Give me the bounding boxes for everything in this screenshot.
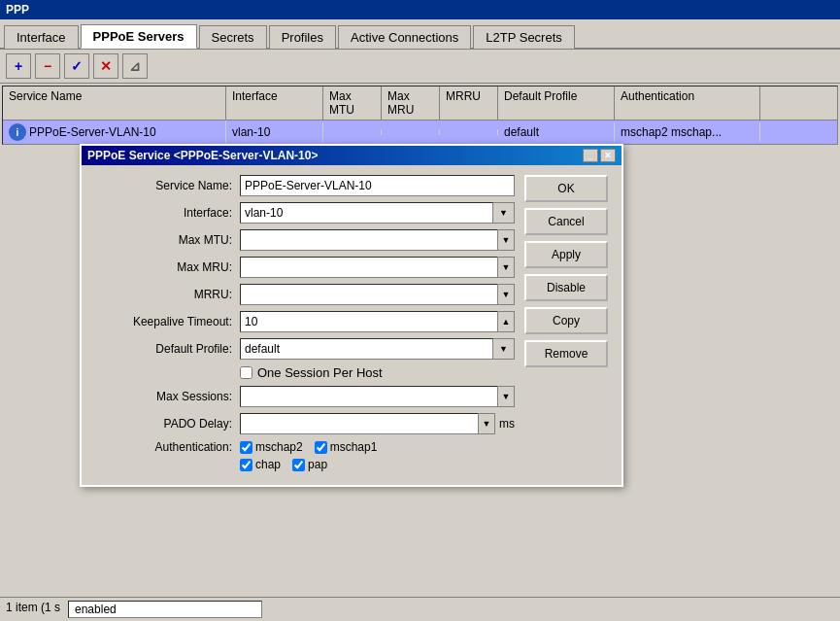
max-mtu-field: ▼	[240, 229, 515, 251]
add-button[interactable]: +	[6, 53, 31, 79]
auth-pap-label: pap	[292, 458, 327, 471]
pado-row: PADO Delay: ▼ ms	[91, 413, 515, 434]
auth-pap-checkbox[interactable]	[292, 459, 305, 471]
one-session-label: One Session Per Host	[257, 365, 383, 380]
mrru-label: MRRU:	[91, 288, 232, 301]
service-name-row: Service Name:	[91, 175, 515, 196]
col-service-name: Service Name	[3, 86, 226, 120]
dialog-form: Service Name: Interface: ▼ Max MTU: ▼	[91, 175, 515, 475]
max-sessions-arrow[interactable]: ▼	[497, 386, 515, 407]
service-name-input[interactable]	[240, 175, 515, 196]
one-session-checkbox[interactable]	[240, 366, 252, 379]
disable-button[interactable]: Disable	[524, 274, 608, 301]
tab-profiles[interactable]: Profiles	[269, 25, 336, 49]
interface-input[interactable]	[240, 202, 493, 224]
auth-mschap2-label: mschap2	[240, 440, 303, 454]
ok-button[interactable]: OK	[524, 175, 608, 202]
auth-chap-label: chap	[240, 458, 281, 471]
row-authentication: mschap2 mschap...	[615, 122, 760, 142]
interface-dropdown-btn[interactable]: ▼	[493, 202, 515, 224]
pppoe-service-dialog: PPPoE Service <PPPoE-Server-VLAN-10> _ ✕…	[80, 144, 623, 487]
col-authentication: Authentication	[615, 86, 760, 120]
filter-button[interactable]: ⊿	[122, 53, 148, 79]
max-mtu-input[interactable]	[240, 229, 498, 251]
auth-checks-row1: mschap2 mschap1	[240, 440, 377, 454]
item-count: 1 item (1 s	[6, 601, 60, 618]
pado-delay-input[interactable]	[240, 413, 479, 434]
dialog-title-buttons: _ ✕	[583, 149, 616, 162]
one-session-row: One Session Per Host	[91, 365, 515, 380]
remove-button[interactable]: Remove	[524, 340, 608, 367]
auth-mschap2-text: mschap2	[255, 440, 303, 454]
default-profile-dropdown-btn[interactable]: ▼	[493, 338, 515, 360]
keepalive-arrow[interactable]: ▲	[497, 311, 515, 332]
auth-chap-text: chap	[255, 458, 281, 471]
status-value: enabled	[68, 601, 262, 618]
max-sessions-field: ▼	[240, 386, 515, 407]
pado-delay-arrow[interactable]: ▼	[478, 413, 495, 434]
mrru-field: ▼	[240, 284, 515, 305]
row-icon: i	[9, 123, 26, 141]
col-max-mru: Max MRU	[382, 86, 440, 120]
default-profile-label: Default Profile:	[91, 342, 232, 356]
col-max-mtu: Max MTU	[323, 86, 382, 120]
app-title: PPP	[6, 3, 29, 17]
mrru-arrow[interactable]: ▼	[497, 284, 515, 305]
col-default-profile: Default Profile	[498, 86, 615, 120]
keepalive-field: ▲	[240, 311, 515, 332]
keepalive-input[interactable]	[240, 311, 498, 332]
col-interface: Interface	[226, 86, 323, 120]
copy-button[interactable]: Copy	[524, 307, 608, 334]
dialog-close-button[interactable]: ✕	[600, 149, 616, 162]
dialog-buttons: OK Cancel Apply Disable Copy Remove	[524, 175, 612, 475]
tab-interface[interactable]: Interface	[4, 25, 79, 49]
max-mru-field: ▼	[240, 257, 515, 278]
check-button[interactable]: ✓	[64, 53, 89, 79]
max-mtu-row: Max MTU: ▼	[91, 229, 515, 251]
max-mru-arrow[interactable]: ▼	[497, 257, 515, 278]
dialog-minimize-button[interactable]: _	[583, 149, 598, 162]
dialog-title-bar: PPPoE Service <PPPoE-Server-VLAN-10> _ ✕	[82, 146, 622, 165]
default-profile-input[interactable]	[240, 338, 493, 360]
max-sessions-row: Max Sessions: ▼	[91, 386, 515, 407]
auth-checks-row2: chap pap	[240, 458, 327, 471]
auth-mschap2-checkbox[interactable]	[240, 441, 252, 454]
tab-pppoe-servers[interactable]: PPPoE Servers	[81, 24, 197, 49]
row-max-mtu	[323, 129, 382, 135]
interface-row: Interface: ▼	[91, 202, 515, 224]
auth-label: Authentication:	[91, 440, 232, 454]
x-button[interactable]: ✕	[93, 53, 118, 79]
table-row[interactable]: i PPPoE-Server-VLAN-10 vlan-10 default m…	[3, 121, 837, 144]
max-sessions-label: Max Sessions:	[91, 390, 232, 403]
dialog-title: PPPoE Service <PPPoE-Server-VLAN-10>	[87, 149, 318, 162]
auth-mschap1-text: mschap1	[330, 440, 378, 454]
keepalive-row: Keepalive Timeout: ▲	[91, 311, 515, 332]
default-profile-dropdown: ▼	[240, 338, 515, 360]
title-bar: PPP	[0, 0, 840, 19]
tab-bar: Interface PPPoE Servers Secrets Profiles…	[0, 19, 840, 50]
max-mru-input[interactable]	[240, 257, 498, 278]
tab-active-connections[interactable]: Active Connections	[338, 25, 471, 49]
row-service-name: PPPoE-Server-VLAN-10	[29, 125, 156, 139]
mrru-input[interactable]	[240, 284, 498, 305]
max-sessions-input[interactable]	[240, 386, 498, 407]
row-mrru	[440, 129, 498, 135]
max-mru-row: Max MRU: ▼	[91, 257, 515, 278]
auth-chap-checkbox[interactable]	[240, 459, 252, 471]
row-max-mru	[382, 129, 440, 135]
max-mtu-label: Max MTU:	[91, 233, 232, 247]
mrru-row: MRRU: ▼	[91, 284, 515, 305]
pado-label: PADO Delay:	[91, 417, 232, 431]
apply-button[interactable]: Apply	[524, 241, 608, 268]
tab-l2tp-secrets[interactable]: L2TP Secrets	[473, 25, 575, 49]
max-mtu-arrow[interactable]: ▼	[497, 229, 515, 251]
remove-button[interactable]: −	[35, 53, 60, 79]
service-name-label: Service Name:	[91, 179, 232, 192]
auth-mschap1-checkbox[interactable]	[315, 441, 327, 454]
col-mrru: MRRU	[440, 86, 498, 120]
interface-dropdown: ▼	[240, 202, 515, 224]
auth-pap-text: pap	[308, 458, 327, 471]
tab-secrets[interactable]: Secrets	[199, 25, 267, 49]
table-header: Service Name Interface Max MTU Max MRU M…	[3, 86, 837, 121]
cancel-button[interactable]: Cancel	[524, 208, 608, 235]
